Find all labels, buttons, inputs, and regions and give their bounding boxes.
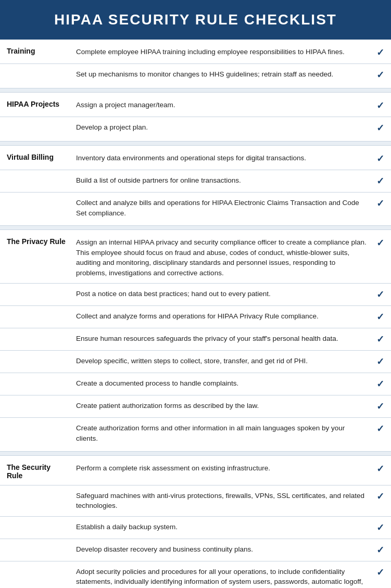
section-label-privacy-rule: The Privacy Rule [0, 230, 72, 284]
checkmark-icon: ✓ [371, 455, 391, 485]
section-label-security-rule [0, 561, 72, 588]
checkmark-icon: ✓ [371, 539, 391, 561]
section-label-privacy-rule [0, 284, 72, 306]
section-label-training: Training [0, 40, 72, 64]
checkmark-icon: ✓ [371, 64, 391, 88]
checkmark-icon: ✓ [371, 561, 391, 588]
checklist-item-text: Safeguard machines with anti-virus prote… [72, 485, 371, 516]
header: HIPAA SECURITY RULE CHECKLIST [0, 0, 391, 40]
section-label-privacy-rule [0, 418, 72, 451]
checkmark-icon: ✓ [371, 328, 391, 351]
checkmark-icon: ✓ [371, 395, 391, 418]
section-label-privacy-rule [0, 395, 72, 418]
checklist-item-text: Develop a project plan. [72, 117, 371, 142]
section-label-privacy-rule [0, 373, 72, 395]
checklist-item-text: Develop disaster recovery and business c… [72, 539, 371, 561]
section-label-virtual-billing [0, 170, 72, 193]
checklist-table: TrainingComplete employee HIPAA training… [0, 40, 391, 588]
section-label-privacy-rule [0, 306, 72, 328]
checklist-item-text: Assign a project manager/team. [72, 93, 371, 117]
page-title: HIPAA SECURITY RULE CHECKLIST [10, 11, 381, 28]
section-label-security-rule [0, 516, 72, 539]
checklist-item-text: Develop specific, written steps to colle… [72, 351, 371, 373]
checklist-item-text: Complete employee HIPAA training includi… [72, 40, 371, 64]
checkmark-icon: ✓ [371, 40, 391, 64]
section-label-security-rule [0, 539, 72, 561]
checkmark-icon: ✓ [371, 117, 391, 142]
section-label-hipaa-projects [0, 117, 72, 142]
checkmark-icon: ✓ [371, 373, 391, 395]
section-label-hipaa-projects: HIPAA Projects [0, 93, 72, 117]
checkmark-icon: ✓ [371, 351, 391, 373]
checkmark-icon: ✓ [371, 93, 391, 117]
checkmark-icon: ✓ [371, 230, 391, 284]
section-label-training [0, 64, 72, 88]
checklist-item-text: Collect and analyze bills and operations… [72, 193, 371, 226]
checklist-item-text: Post a notice on data best practices; ha… [72, 284, 371, 306]
checklist-item-text: Set up mechanisms to monitor changes to … [72, 64, 371, 88]
checkmark-icon: ✓ [371, 306, 391, 328]
checklist-item-text: Ensure human resources safeguards the pr… [72, 328, 371, 351]
checklist-item-text: Create a documented process to handle co… [72, 373, 371, 395]
checklist-item-text: Perform a complete risk assessment on ex… [72, 455, 371, 485]
checklist-item-text: Assign an internal HIPAA privacy and sec… [72, 230, 371, 284]
checkmark-icon: ✓ [371, 418, 391, 451]
checkmark-icon: ✓ [371, 516, 391, 539]
checklist-item-text: Inventory data environments and operatio… [72, 146, 371, 170]
checkmark-icon: ✓ [371, 146, 391, 170]
section-label-virtual-billing [0, 193, 72, 226]
section-label-virtual-billing: Virtual Billing [0, 146, 72, 170]
checklist-item-text: Collect and analyze forms and operations… [72, 306, 371, 328]
checkmark-icon: ✓ [371, 170, 391, 193]
checkmark-icon: ✓ [371, 284, 391, 306]
checklist-item-text: Build a list of outside partners for onl… [72, 170, 371, 193]
checklist-item-text: Create authorization forms and other inf… [72, 418, 371, 451]
checkmark-icon: ✓ [371, 193, 391, 226]
section-label-security-rule: The Security Rule [0, 455, 72, 485]
checklist-item-text: Create patient authorization forms as de… [72, 395, 371, 418]
section-label-privacy-rule [0, 328, 72, 351]
checklist-item-text: Adopt security policies and procedures f… [72, 561, 371, 588]
checklist-item-text: Establish a daily backup system. [72, 516, 371, 539]
section-label-privacy-rule [0, 351, 72, 373]
section-label-security-rule [0, 485, 72, 516]
checkmark-icon: ✓ [371, 485, 391, 516]
